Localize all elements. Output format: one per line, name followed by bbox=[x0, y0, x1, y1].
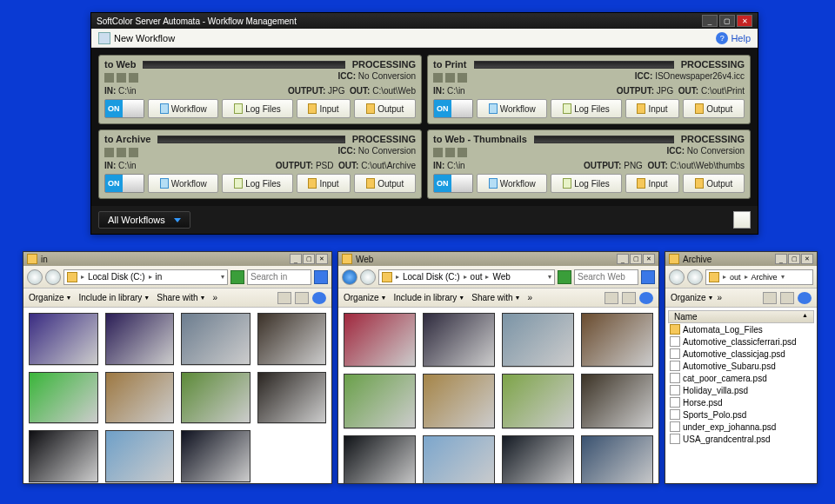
help-icon[interactable] bbox=[312, 292, 326, 304]
file-item[interactable]: Sports_Polo.psd bbox=[668, 408, 814, 421]
tool-icon[interactable] bbox=[129, 148, 138, 157]
thumbnail[interactable] bbox=[581, 313, 653, 367]
thumbnail[interactable] bbox=[29, 372, 98, 424]
input-button[interactable]: Input bbox=[297, 174, 351, 193]
back-button[interactable] bbox=[27, 269, 43, 285]
tool-icon[interactable] bbox=[458, 148, 467, 157]
forward-button[interactable] bbox=[360, 269, 376, 285]
file-area[interactable] bbox=[23, 308, 331, 483]
file-item[interactable]: USA_grandcentral.psd bbox=[668, 433, 814, 445]
tool-icon[interactable] bbox=[458, 73, 467, 83]
workflow-button[interactable]: Workflow bbox=[148, 174, 218, 193]
log-files-button[interactable]: Log Files bbox=[551, 99, 621, 118]
thumbnail[interactable] bbox=[581, 374, 653, 428]
titlebar[interactable]: SoftColor Server Automata - Workflow Man… bbox=[91, 13, 758, 29]
on-off-toggle[interactable]: ON bbox=[433, 174, 473, 193]
input-button[interactable]: Input bbox=[297, 99, 351, 118]
view-button[interactable] bbox=[277, 292, 291, 304]
thumbnail[interactable] bbox=[423, 313, 495, 367]
tool-icon[interactable] bbox=[129, 73, 138, 83]
workflow-button[interactable]: Workflow bbox=[148, 99, 218, 118]
thumbnail[interactable] bbox=[502, 313, 574, 367]
thumbnail[interactable] bbox=[257, 372, 327, 424]
include-library-menu[interactable]: Include in library▼ bbox=[79, 293, 150, 302]
organize-menu[interactable]: Organize▼ bbox=[344, 293, 387, 302]
input-button[interactable]: Input bbox=[625, 99, 680, 118]
thumbnail[interactable] bbox=[344, 313, 416, 367]
on-off-toggle[interactable]: ON bbox=[433, 99, 473, 118]
tool-icon[interactable] bbox=[104, 148, 114, 157]
all-workflows-dropdown[interactable]: All Workflows bbox=[98, 211, 190, 229]
tool-icon[interactable] bbox=[117, 73, 126, 83]
explorer-titlebar[interactable]: Archive _ ▢ ✕ bbox=[665, 252, 817, 266]
output-button[interactable]: Output bbox=[354, 174, 416, 193]
tool-icon[interactable] bbox=[433, 148, 443, 157]
minimize-button[interactable]: _ bbox=[702, 15, 718, 27]
thumbnail[interactable] bbox=[181, 372, 250, 424]
thumbnail[interactable] bbox=[105, 313, 175, 365]
thumbnail[interactable] bbox=[29, 313, 98, 365]
close-button[interactable]: ✕ bbox=[643, 254, 655, 264]
thumbnail[interactable] bbox=[105, 430, 175, 482]
address-bar[interactable]: ▸ Local Disk (C:) ▸ out ▸ Web ▾ bbox=[378, 269, 555, 285]
close-button[interactable]: ✕ bbox=[801, 254, 813, 264]
thumbnail[interactable] bbox=[581, 435, 653, 484]
thumbnail[interactable] bbox=[502, 374, 574, 428]
log-files-button[interactable]: Log Files bbox=[551, 174, 621, 193]
explorer-titlebar[interactable]: Web _ ▢ ✕ bbox=[338, 252, 658, 266]
more-menu[interactable]: » bbox=[212, 293, 217, 302]
file-item[interactable]: Automotive_classicjag.psd bbox=[668, 348, 814, 360]
search-input[interactable] bbox=[574, 269, 638, 285]
output-button[interactable]: Output bbox=[683, 174, 745, 193]
maximize-button[interactable]: ▢ bbox=[630, 254, 642, 264]
column-header[interactable]: Name▲ bbox=[668, 310, 814, 323]
more-menu[interactable]: » bbox=[718, 293, 723, 302]
thumbnail[interactable] bbox=[502, 435, 574, 484]
refresh-button[interactable] bbox=[558, 270, 571, 284]
search-input[interactable] bbox=[247, 269, 311, 285]
thumbnail[interactable] bbox=[257, 313, 327, 365]
help-icon[interactable] bbox=[798, 292, 812, 304]
more-menu[interactable]: » bbox=[527, 293, 532, 302]
file-item[interactable]: Automotive_classicferrari.psd bbox=[668, 335, 814, 348]
tool-icon[interactable] bbox=[104, 73, 114, 83]
file-item[interactable]: Horse.psd bbox=[668, 396, 814, 408]
share-with-menu[interactable]: Share with▼ bbox=[157, 293, 205, 302]
tool-icon[interactable] bbox=[445, 148, 455, 157]
new-workflow-button[interactable]: New Workflow bbox=[114, 33, 175, 43]
input-button[interactable]: Input bbox=[625, 174, 680, 193]
preview-button[interactable] bbox=[780, 292, 794, 304]
file-item[interactable]: cat_poor_camera.psd bbox=[668, 372, 814, 384]
thumbnail[interactable] bbox=[105, 372, 175, 424]
search-icon[interactable] bbox=[641, 270, 655, 284]
maximize-button[interactable]: ▢ bbox=[788, 254, 800, 264]
thumbnail[interactable] bbox=[423, 435, 495, 484]
share-with-menu[interactable]: Share with▼ bbox=[471, 293, 520, 302]
on-off-toggle[interactable]: ON bbox=[104, 99, 144, 118]
thumbnail[interactable] bbox=[344, 374, 416, 428]
close-button[interactable]: ✕ bbox=[737, 15, 752, 27]
file-item[interactable]: under_exp_johanna.psd bbox=[668, 421, 814, 433]
tool-icon[interactable] bbox=[117, 148, 126, 157]
file-item[interactable]: Holiday_villa.psd bbox=[668, 384, 814, 396]
log-files-button[interactable]: Log Files bbox=[222, 174, 292, 193]
folder-item[interactable]: Automata_Log_Files bbox=[668, 323, 814, 335]
thumbnail[interactable] bbox=[181, 430, 250, 482]
workflow-button[interactable]: Workflow bbox=[477, 99, 547, 118]
on-off-toggle[interactable]: ON bbox=[104, 174, 144, 193]
workflow-button[interactable]: Workflow bbox=[477, 174, 547, 193]
forward-button[interactable] bbox=[687, 269, 703, 285]
output-button[interactable]: Output bbox=[354, 99, 416, 118]
thumbnail[interactable] bbox=[181, 313, 250, 365]
preview-button[interactable] bbox=[622, 292, 636, 304]
view-button[interactable] bbox=[763, 292, 777, 304]
thumbnail[interactable] bbox=[29, 430, 98, 482]
file-area[interactable] bbox=[338, 308, 658, 483]
log-files-button[interactable]: Log Files bbox=[222, 99, 292, 118]
tool-icon[interactable] bbox=[433, 73, 443, 83]
minimize-button[interactable]: _ bbox=[775, 254, 787, 264]
organize-menu[interactable]: Organize▼ bbox=[29, 293, 72, 302]
settings-button[interactable] bbox=[733, 211, 751, 229]
minimize-button[interactable]: _ bbox=[290, 254, 302, 264]
view-button[interactable] bbox=[605, 292, 618, 304]
